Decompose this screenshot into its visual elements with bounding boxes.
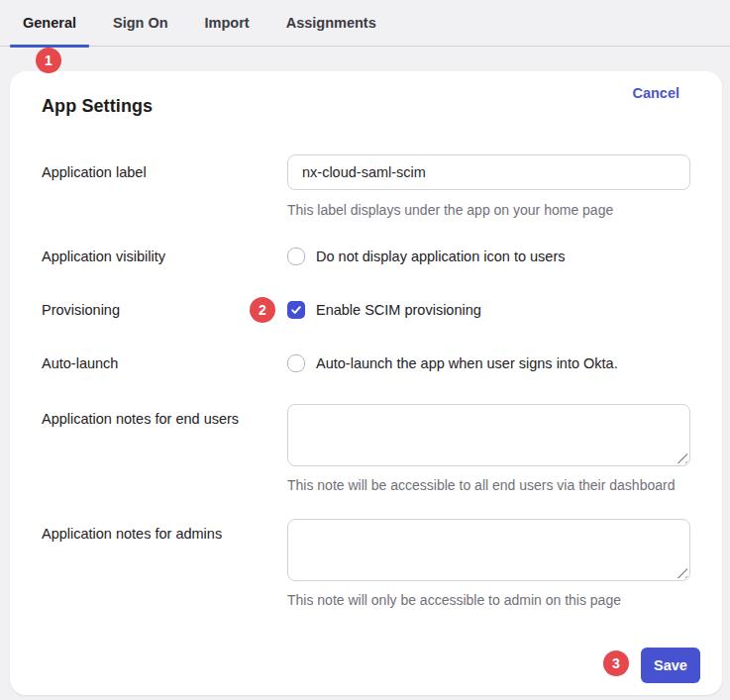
save-button[interactable]: Save bbox=[641, 648, 700, 683]
application-visibility-label: Application visibility bbox=[42, 249, 287, 264]
notes-end-users-helper: This note will be accessible to all end … bbox=[287, 477, 690, 493]
scim-provisioning-checkbox-label[interactable]: Enable SCIM provisioning bbox=[316, 302, 481, 318]
tab-bar: General Sign On Import Assignments bbox=[0, 0, 730, 47]
notes-end-users-label: Application notes for end users bbox=[42, 404, 287, 493]
row-provisioning: Provisioning Enable SCIM provisioning bbox=[42, 301, 690, 319]
tab-import-label: Import bbox=[205, 15, 250, 31]
page-title: App Settings bbox=[42, 96, 153, 117]
tab-sign-on[interactable]: Sign On bbox=[113, 0, 168, 47]
visibility-checkbox[interactable] bbox=[287, 248, 305, 265]
tab-assignments-label: Assignments bbox=[286, 15, 376, 31]
row-application-label: Application label This label displays un… bbox=[42, 154, 690, 218]
tab-general-label: General bbox=[23, 15, 76, 31]
annotation-badge-2: 2 bbox=[250, 297, 275, 323]
application-label-helper: This label displays under the app on you… bbox=[287, 202, 690, 218]
annotation-badge-3: 3 bbox=[603, 650, 629, 676]
auto-launch-label: Auto-launch bbox=[42, 355, 287, 371]
visibility-checkbox-label[interactable]: Do not display application icon to users bbox=[316, 249, 565, 264]
scim-provisioning-checkbox[interactable] bbox=[287, 301, 305, 319]
notes-admins-helper: This note will only be accessible to adm… bbox=[287, 592, 690, 608]
auto-launch-checkbox-label[interactable]: Auto-launch the app when user signs into… bbox=[316, 355, 618, 371]
row-notes-end-users: Application notes for end users This not… bbox=[42, 404, 690, 493]
tab-sign-on-label: Sign On bbox=[113, 15, 168, 31]
auto-launch-checkbox[interactable] bbox=[287, 354, 305, 372]
cancel-button[interactable]: Cancel bbox=[632, 85, 679, 101]
notes-end-users-textarea[interactable] bbox=[287, 404, 690, 466]
application-label-input[interactable] bbox=[287, 154, 690, 190]
row-auto-launch: Auto-launch Auto-launch the app when use… bbox=[42, 354, 690, 372]
row-application-visibility: Application visibility Do not display ap… bbox=[42, 248, 690, 265]
annotation-badge-1: 1 bbox=[36, 48, 61, 73]
check-icon bbox=[290, 304, 302, 316]
notes-admins-textarea[interactable] bbox=[287, 519, 690, 581]
notes-admins-label: Application notes for admins bbox=[42, 519, 287, 608]
application-label-label: Application label bbox=[42, 154, 287, 218]
tab-general[interactable]: General bbox=[23, 0, 76, 47]
app-settings-panel: App Settings Cancel Application label Th… bbox=[10, 71, 722, 695]
tab-assignments[interactable]: Assignments bbox=[286, 0, 376, 47]
tab-import[interactable]: Import bbox=[205, 0, 250, 47]
row-notes-admins: Application notes for admins This note w… bbox=[42, 519, 690, 608]
